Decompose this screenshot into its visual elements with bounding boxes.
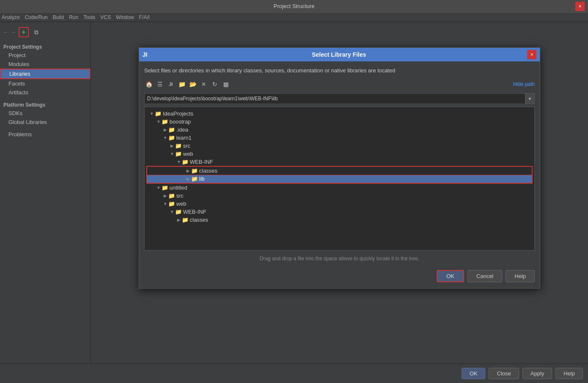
tree-node-web1[interactable]: ▼ 📁 web [145, 150, 534, 158]
menu-build[interactable]: Build [53, 14, 64, 20]
tree-node-idea[interactable]: ▶ 📁 .idea [145, 126, 534, 134]
expand-boostrap[interactable]: ▼ [156, 119, 161, 124]
toolbar-refresh-icon[interactable]: ↻ [210, 80, 219, 89]
main-panel: Noth... JI Select Library Files × S [91, 22, 588, 364]
sidebar: ← → + ⧉ Project Settings Project Modules… [0, 22, 91, 364]
file-tree[interactable]: ▼ 📁 IdeaProjects ▼ 📁 boostrap [144, 107, 535, 251]
folder-icon: 📁 [175, 151, 182, 157]
tree-node-learn1[interactable]: ▼ 📁 learn1 [145, 134, 534, 142]
path-input[interactable] [144, 93, 525, 104]
tree-node-classes2[interactable]: ▶ 📁 classes [145, 216, 534, 224]
sidebar-item-artifacts[interactable]: Artifacts [0, 88, 90, 97]
sidebar-item-project[interactable]: Project [0, 51, 90, 60]
menu-fai[interactable]: F/A/I [139, 14, 150, 20]
dialog-buttons: OK Cancel Help [144, 267, 535, 284]
dialog-title: Select Library Files [151, 51, 527, 58]
sidebar-item-modules[interactable]: Modules [0, 60, 90, 69]
menu-window[interactable]: Window [116, 14, 134, 20]
help-button[interactable]: Help [555, 368, 583, 379]
dialog-ok-button[interactable]: OK [437, 270, 464, 282]
path-dropdown-button[interactable]: ▼ [525, 93, 535, 104]
tree-node-lib1[interactable]: ▶ 📁 lib [147, 175, 532, 183]
dialog-help-button[interactable]: Help [506, 270, 535, 282]
tree-node-untitled[interactable]: ▼ 📁 untitled [145, 184, 534, 192]
folder-icon: 📁 [161, 118, 168, 125]
window-close-button[interactable]: × [575, 2, 585, 11]
expand-classes2[interactable]: ▶ [176, 218, 182, 222]
tree-node-webinf1[interactable]: ▼ 📁 WEB-INF [145, 158, 534, 166]
modal-overlay: JI Select Library Files × Select files o… [91, 22, 588, 364]
expand-lib1[interactable]: ▶ [185, 176, 191, 181]
tree-node-src1[interactable]: ▶ 📁 src [145, 142, 534, 150]
toolbar-open-folder-icon[interactable]: 📂 [188, 80, 197, 89]
folder-icon: 📁 [155, 110, 161, 117]
platform-settings-label: Platform Settings [0, 100, 90, 109]
dialog-close-button[interactable]: × [527, 50, 536, 59]
tree-node-ideaprojects[interactable]: ▼ 📁 IdeaProjects [145, 110, 534, 118]
expand-webinf2[interactable]: ▼ [169, 209, 175, 214]
tree-node-src2[interactable]: ▶ 📁 src [145, 192, 534, 200]
node-label: learn1 [176, 135, 191, 141]
toolbar-folder-icon[interactable]: 📁 [177, 80, 186, 89]
sidebar-toolbar: ← → + ⧉ [0, 25, 90, 39]
node-label: WEB-INF [190, 159, 213, 165]
close-button[interactable]: Close [489, 368, 519, 379]
node-label: web [183, 151, 193, 157]
toolbar-cancel-icon[interactable]: ✕ [199, 80, 208, 89]
expand-web2[interactable]: ▼ [162, 201, 168, 206]
tree-node-web2[interactable]: ▼ 📁 web [145, 200, 534, 208]
back-button[interactable]: ← [3, 29, 8, 35]
dialog-cancel-button[interactable]: Cancel [468, 270, 502, 282]
toolbar-grid-icon[interactable]: ▦ [221, 80, 230, 89]
menu-vcs[interactable]: VCS [100, 14, 111, 20]
folder-icon: 📁 [168, 127, 175, 133]
expand-idea[interactable]: ▶ [162, 127, 168, 132]
expand-web1[interactable]: ▼ [169, 152, 175, 156]
sidebar-item-sdks[interactable]: SDKs [0, 109, 90, 118]
dialog-logo: JI [142, 51, 148, 58]
expand-classes1[interactable]: ▶ [185, 168, 191, 173]
folder-icon: 📁 [175, 143, 182, 149]
forward-button[interactable]: → [11, 29, 16, 35]
folder-icon: 📁 [175, 209, 182, 215]
folder-icon: 📁 [182, 217, 189, 223]
tree-node-boostrap[interactable]: ▼ 📁 boostrap [145, 118, 534, 126]
menu-run[interactable]: Run [69, 14, 78, 20]
node-label: src [176, 193, 183, 199]
node-label: IdeaProjects [163, 110, 193, 117]
expand-src1[interactable]: ▶ [169, 143, 175, 148]
sidebar-item-problems[interactable]: Problems [0, 130, 90, 139]
menu-tools[interactable]: Tools [83, 14, 95, 20]
apply-button[interactable]: Apply [522, 368, 552, 379]
folder-icon: 📁 [191, 168, 198, 174]
toolbar-list-icon[interactable]: ☰ [155, 80, 164, 89]
folder-icon: 📁 [168, 201, 175, 207]
node-label: untitled [170, 185, 187, 191]
expand-untitled[interactable]: ▼ [156, 185, 161, 190]
sidebar-item-global-libraries[interactable]: Global Libraries [0, 118, 90, 127]
window-title: Project Structure [273, 3, 315, 9]
hide-path-link[interactable]: Hide path [513, 81, 535, 87]
copy-button[interactable]: ⧉ [31, 27, 41, 37]
menu-bar: Analyze Code/Run Build Run Tools VCS Win… [0, 13, 588, 22]
add-button[interactable]: + [19, 27, 29, 37]
sidebar-item-libraries[interactable]: Libraries [0, 69, 90, 79]
folder-icon: 📁 [168, 135, 175, 141]
menu-analyze[interactable]: Analyze [2, 14, 20, 20]
expand-src2[interactable]: ▶ [162, 193, 168, 198]
expand-ideaprojects[interactable]: ▼ [149, 111, 155, 116]
toolbar-home-icon[interactable]: 🏠 [144, 80, 153, 89]
folder-icon: 📁 [191, 176, 198, 182]
drag-hint: Drag and drop a file into the space abov… [144, 253, 535, 264]
toolbar-ji-icon[interactable]: JI [166, 80, 175, 89]
ok-button[interactable]: OK [462, 368, 486, 379]
expand-learn1[interactable]: ▼ [162, 135, 168, 140]
project-settings-label: Project Settings [0, 42, 90, 51]
menu-coderun[interactable]: Code/Run [25, 14, 48, 20]
expand-webinf1[interactable]: ▼ [176, 160, 182, 164]
tree-node-classes1[interactable]: ▶ 📁 classes [147, 167, 532, 175]
sidebar-item-facets[interactable]: Facets [0, 79, 90, 88]
tree-node-webinf2[interactable]: ▼ 📁 WEB-INF [145, 208, 534, 216]
node-label: boostrap [170, 118, 191, 125]
path-input-row: ▼ [144, 93, 535, 104]
